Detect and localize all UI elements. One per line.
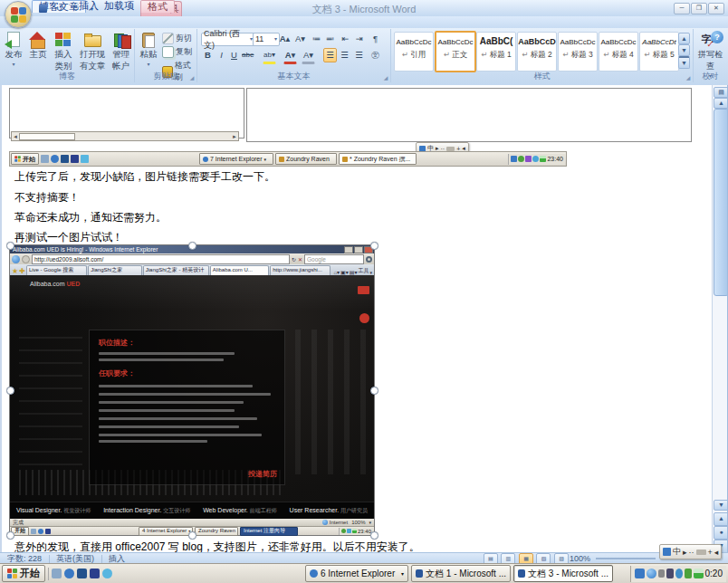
styles-scroll-down-icon[interactable]: ▼ [678, 44, 690, 56]
apply-link[interactable]: 投递简历 [248, 469, 277, 479]
style-quote[interactable]: AaBbCcDc↵ 引用 [394, 32, 434, 72]
tray-icon[interactable] [685, 569, 692, 578]
quick-launch-icon[interactable] [77, 569, 87, 578]
quick-launch-icon[interactable] [81, 155, 89, 163]
shot-taskbar-win2-active[interactable]: Internet 注册向导 [240, 527, 298, 536]
ie-maximize-icon[interactable] [354, 246, 363, 253]
raven-taskbar-ie-group[interactable]: 7 Internet Explorer▾ [199, 153, 273, 165]
zoom-slider[interactable] [596, 558, 656, 559]
raven-taskbar-win2[interactable]: * Zoundry Raven 撰... [339, 153, 417, 165]
help-tray-icon[interactable] [647, 569, 656, 578]
style-heading3[interactable]: AaBbCcDc↵ 标题 3 [558, 32, 598, 72]
ie-stop-icon[interactable]: ✕ [298, 256, 302, 263]
tray-icon[interactable] [658, 569, 665, 578]
ie-tab[interactable]: JiangShi之家 [88, 265, 142, 275]
help-icon[interactable]: ? [711, 31, 723, 43]
tray-icon[interactable] [511, 156, 517, 162]
ime-keyboard-icon[interactable] [696, 550, 706, 555]
tray-icon[interactable] [666, 569, 674, 578]
scrollbar-thumb[interactable] [714, 109, 728, 296]
role-item[interactable]: User Researcher. 用户研究员 [290, 507, 368, 515]
ie-tab[interactable]: JiangShi之家 - 精英设计 [143, 265, 209, 275]
ie-tab[interactable]: http://www.jiangshi... [270, 265, 330, 275]
bullet-list-button[interactable]: ≔ [310, 32, 323, 46]
ime-move-icon[interactable]: + [708, 548, 713, 557]
vertical-scrollbar[interactable]: ▤ ▲ ▼ ▲ ● ▼ [712, 85, 728, 552]
insert-mode-status[interactable]: 插入 [109, 554, 125, 563]
grow-font-button[interactable]: A▴ [278, 32, 292, 46]
minimize-button[interactable]: ─ [674, 3, 690, 14]
role-item[interactable]: Visual Designer. 视觉设计师 [16, 507, 91, 515]
tray-icon[interactable] [518, 156, 524, 162]
ie-refresh-icon[interactable]: ↻ [292, 256, 296, 263]
strikethrough-button[interactable]: abe [241, 48, 254, 62]
add-favorite-icon[interactable]: ✚ [19, 267, 25, 275]
ime-keyboard-icon[interactable] [446, 147, 455, 151]
style-heading4[interactable]: AaBbCcDc↵ 标题 4 [599, 32, 638, 72]
word-count[interactable]: 字数: 228 [7, 554, 42, 563]
styles-more-icon[interactable]: ▼ [678, 56, 690, 69]
select-browse-object-icon[interactable]: ● [714, 526, 728, 540]
ime-icon[interactable] [663, 548, 671, 556]
publish-button[interactable]: 发布▾ [2, 31, 25, 71]
zoundry-quick-launch-icon[interactable] [90, 569, 100, 578]
ie-minimize-icon[interactable] [344, 246, 353, 253]
network-signal-icon[interactable] [694, 569, 704, 578]
selection-handle[interactable] [370, 531, 378, 540]
font-color-button[interactable]: A▾ [283, 48, 297, 64]
zoom-level[interactable]: 100% [570, 554, 590, 563]
ie-tab-active[interactable]: Alibaba.com U... [210, 265, 269, 275]
tray-icon[interactable] [635, 569, 645, 578]
decrease-indent-button[interactable]: ⇤ [339, 32, 352, 46]
selection-handle[interactable] [6, 531, 14, 540]
home-icon[interactable]: ⌂▾ [333, 269, 340, 275]
selection-handle[interactable] [6, 242, 14, 250]
ie-tab[interactable]: Live - Google 搜索 [26, 265, 87, 275]
style-normal[interactable]: AaBbCcDc↵ 正文 [435, 31, 476, 72]
undo-icon[interactable]: ↺ [53, 3, 66, 14]
scroll-down-icon[interactable]: ▼ [714, 500, 728, 511]
taskbar-clock[interactable]: 0:20 [705, 569, 723, 578]
style-heading5[interactable]: AaBbCcDt↵ 标题 5 [639, 32, 679, 72]
style-heading1[interactable]: AaBbC(↵ 标题 1 [476, 32, 516, 72]
restore-button[interactable]: ❐ [691, 3, 707, 14]
print-icon[interactable]: ▤▾ [350, 269, 358, 275]
document-page[interactable]: ◄► 中 ▸·· + ◂ 开始 7 Internet Explorer▾ Zou… [0, 85, 714, 552]
show-desktop-icon[interactable] [52, 569, 62, 578]
network-signal-icon[interactable] [352, 529, 357, 533]
ruler-toggle-icon[interactable]: ▤ [714, 87, 728, 98]
raven-hscrollbar[interactable]: ◄► [11, 131, 239, 141]
tab-addins[interactable]: 加载项 [98, 0, 140, 12]
scroll-thumb[interactable] [19, 133, 75, 140]
close-button[interactable]: ✕ [708, 3, 724, 14]
ie-tools-menu[interactable]: 工具 [358, 267, 369, 275]
mail-icon[interactable] [358, 286, 369, 294]
ime-cn-label[interactable]: 中 [673, 546, 681, 558]
taskbar-doc3-button[interactable]: 文档 3 - Microsoft ... [513, 565, 613, 582]
selection-handle[interactable] [370, 387, 378, 395]
home-page-button[interactable]: 主页 [26, 31, 50, 71]
ie-forward-icon[interactable] [22, 255, 30, 263]
bold-button[interactable]: B [201, 48, 215, 62]
basic-text-dialog-launcher-icon[interactable]: ◢ [382, 74, 389, 81]
font-size-combo[interactable]: 11▾ [253, 33, 280, 46]
ime-pen-icon[interactable]: ▸ [683, 548, 687, 557]
scroll-left-icon[interactable]: ◄ [13, 134, 18, 139]
ie-quick-launch-icon[interactable] [38, 529, 43, 534]
selection-handle[interactable] [188, 531, 196, 540]
numbered-list-button[interactable]: ≕ [323, 32, 337, 46]
tray-icon[interactable] [675, 569, 683, 578]
ie-quick-launch-icon[interactable] [64, 569, 74, 578]
ie-search-input[interactable]: Google [304, 254, 364, 264]
language-bar[interactable]: 中 ▸·· + ◂ [659, 544, 722, 559]
cut-button[interactable]: 剪切 [162, 33, 192, 44]
open-existing-button[interactable]: 打开现有文章 [77, 31, 108, 71]
clipboard-dialog-launcher-icon[interactable]: ◢ [188, 74, 196, 81]
scroll-up-icon[interactable]: ▲ [714, 98, 728, 109]
asian-layout-button[interactable]: ㉆ [369, 48, 382, 62]
align-right-button[interactable]: ☰ [352, 48, 366, 62]
taskbar-ie-group-button[interactable]: 6 Internet Explorer▾ [305, 565, 408, 582]
start-button[interactable]: 开始 [2, 565, 45, 582]
paragraph-mark-button[interactable]: ¶ [369, 32, 382, 46]
ime-options-icon[interactable]: ◂ [714, 548, 719, 557]
